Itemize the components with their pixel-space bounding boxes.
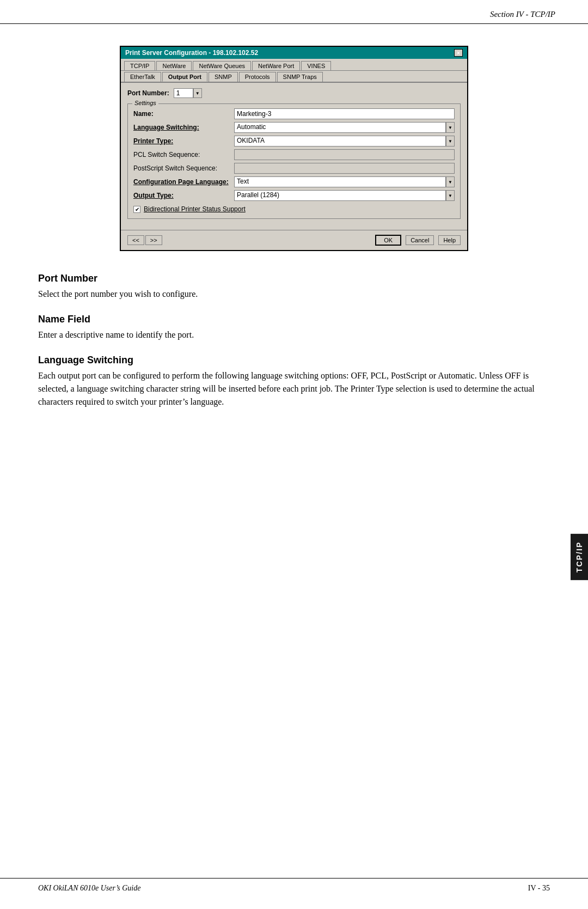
tab-netware-queues[interactable]: NetWare Queues (193, 61, 251, 70)
printer-type-select[interactable]: OKIDATA (234, 136, 446, 147)
section-port-number: Port Number Select the port number you w… (38, 273, 550, 301)
config-page-select[interactable]: Text (234, 176, 446, 187)
help-button[interactable]: Help (438, 235, 461, 245)
section-port-number-body: Select the port number you wish to confi… (38, 288, 550, 301)
dialog-body: Port Number: 1 ▼ Settings Name: Language (121, 83, 467, 230)
side-tab: TCP/IP (571, 534, 588, 580)
section-language-switching: Language Switching Each output port can … (38, 355, 550, 408)
footer-page-number: IV - 35 (528, 884, 550, 893)
language-switching-wrapper: Automatic ▼ (234, 122, 455, 133)
section-header-text: Section IV - TCP/IP (490, 10, 555, 19)
settings-row-name: Name: (133, 108, 455, 119)
output-type-label: Output Type: (133, 192, 234, 199)
pcl-switch-input (234, 149, 455, 160)
section-language-switching-heading: Language Switching (38, 355, 550, 366)
checkbox-row: ✔ Bidirectional Printer Status Support (133, 205, 455, 213)
section-name-field-body: Enter a descriptive name to identify the… (38, 328, 550, 341)
settings-row-postscript: PostScript Switch Sequence: (133, 163, 455, 174)
tab-netware-port[interactable]: NetWare Port (252, 61, 300, 70)
port-number-row: Port Number: 1 ▼ (127, 88, 461, 98)
port-number-dropdown-arrow[interactable]: ▼ (193, 88, 202, 98)
output-type-select[interactable]: Parallel (1284) (234, 190, 446, 201)
output-type-wrapper: Parallel (1284) ▼ (234, 190, 455, 201)
name-input[interactable] (234, 108, 455, 119)
tab-vines[interactable]: VINES (301, 61, 331, 70)
section-name-field-heading: Name Field (38, 314, 550, 325)
footer-buttons: OK Cancel Help (375, 235, 461, 246)
settings-group: Settings Name: Language Switching: Autom… (127, 103, 461, 219)
dialog-window: Print Server Configuration - 198.102.102… (120, 46, 468, 251)
pcl-switch-label: PCL Switch Sequence: (133, 151, 234, 158)
language-switching-label: Language Switching: (133, 124, 234, 131)
bidirectional-checkbox[interactable]: ✔ (133, 206, 140, 213)
language-switching-arrow[interactable]: ▼ (446, 122, 455, 133)
tab-output-port[interactable]: Output Port (162, 72, 207, 82)
footer-nav: << >> (127, 235, 162, 245)
settings-row-pcl: PCL Switch Sequence: (133, 149, 455, 160)
language-switching-select[interactable]: Automatic (234, 122, 446, 133)
settings-row-language: Language Switching: Automatic ▼ (133, 122, 455, 133)
dialog-titlebar: Print Server Configuration - 198.102.102… (121, 47, 467, 59)
section-name-field: Name Field Enter a descriptive name to i… (38, 314, 550, 341)
name-label: Name: (133, 110, 234, 118)
bidirectional-label: Bidirectional Printer Status Support (144, 205, 246, 213)
port-number-label: Port Number: (127, 89, 169, 97)
dialog-tabs-row1: TCP/IP NetWare NetWare Queues NetWare Po… (121, 59, 467, 71)
port-number-input[interactable]: 1 (174, 88, 193, 98)
dialog-footer: << >> OK Cancel Help (121, 230, 467, 250)
nav-next-button[interactable]: >> (145, 235, 162, 245)
dialog-tabs-row2: EtherTalk Output Port SNMP Protocols SNM… (121, 71, 467, 83)
dialog-title: Print Server Configuration - 198.102.102… (125, 49, 258, 57)
config-page-label: Configuration Page Language: (133, 178, 234, 186)
tab-netware[interactable]: NetWare (156, 61, 192, 70)
printer-type-arrow[interactable]: ▼ (446, 136, 455, 147)
footer-book-title: OKI OkiLAN 6010e User’s Guide (38, 884, 140, 893)
config-page-wrapper: Text ▼ (234, 176, 455, 187)
tab-protocols[interactable]: Protocols (239, 72, 276, 82)
settings-row-printer-type: Printer Type: OKIDATA ▼ (133, 136, 455, 147)
tab-ethertalk[interactable]: EtherTalk (124, 72, 161, 82)
dialog-close-button[interactable]: × (454, 49, 463, 57)
tab-tcpip[interactable]: TCP/IP (124, 61, 155, 70)
section-port-number-heading: Port Number (38, 273, 550, 284)
section-language-switching-body: Each output port can be configured to pe… (38, 369, 550, 408)
printer-type-label: Printer Type: (133, 137, 234, 145)
settings-row-output-type: Output Type: Parallel (1284) ▼ (133, 190, 455, 201)
port-number-combo: 1 ▼ (174, 88, 202, 98)
config-page-arrow[interactable]: ▼ (446, 176, 455, 187)
cancel-button[interactable]: Cancel (406, 235, 434, 245)
postscript-switch-label: PostScript Switch Sequence: (133, 164, 234, 172)
ok-button[interactable]: OK (375, 235, 401, 246)
page-footer: OKI OkiLAN 6010e User’s Guide IV - 35 (0, 878, 588, 893)
printer-type-wrapper: OKIDATA ▼ (234, 136, 455, 147)
nav-prev-button[interactable]: << (127, 235, 144, 245)
main-content: Print Server Configuration - 198.102.102… (0, 40, 588, 408)
postscript-switch-input (234, 163, 455, 174)
settings-legend: Settings (132, 100, 158, 106)
tab-snmp[interactable]: SNMP (209, 72, 238, 82)
section-header: Section IV - TCP/IP (0, 0, 588, 24)
output-type-arrow[interactable]: ▼ (446, 190, 455, 201)
tab-snmp-traps[interactable]: SNMP Traps (277, 72, 323, 82)
settings-row-config-page: Configuration Page Language: Text ▼ (133, 176, 455, 187)
